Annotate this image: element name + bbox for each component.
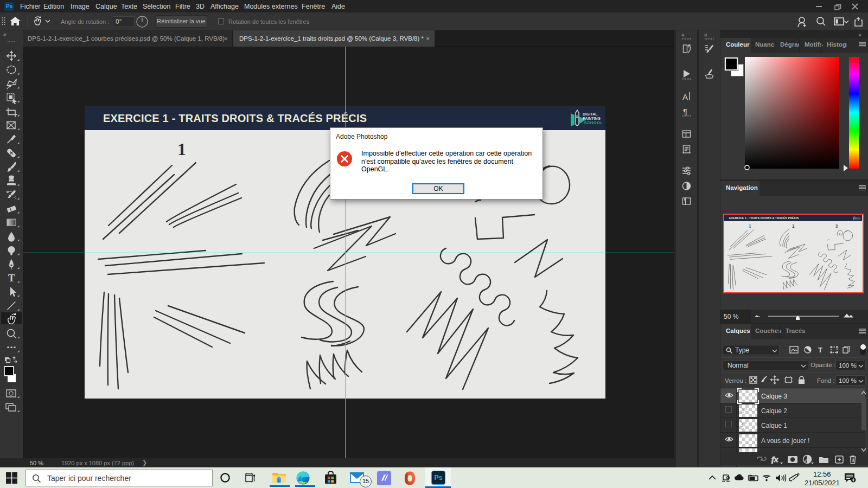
svg-text:T: T bbox=[8, 272, 15, 284]
svg-text:fx: fx bbox=[771, 455, 778, 464]
svg-text:T: T bbox=[818, 346, 822, 354]
svg-text:¶: ¶ bbox=[683, 107, 687, 116]
svg-text:A: A bbox=[682, 92, 688, 101]
